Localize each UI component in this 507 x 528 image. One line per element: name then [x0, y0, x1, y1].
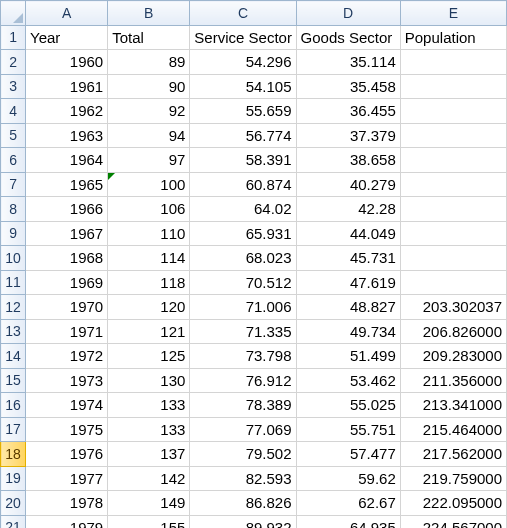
select-all-corner[interactable]: [1, 1, 26, 26]
row-header[interactable]: 17: [1, 417, 26, 442]
cell[interactable]: 64.02: [190, 197, 296, 222]
cell[interactable]: 35.114: [296, 50, 400, 75]
cell[interactable]: 118: [108, 270, 190, 295]
cell[interactable]: [400, 172, 506, 197]
cell[interactable]: 1961: [26, 74, 108, 99]
cell[interactable]: 54.296: [190, 50, 296, 75]
cell[interactable]: [400, 270, 506, 295]
column-header-D[interactable]: D: [296, 1, 400, 26]
cell[interactable]: [400, 197, 506, 222]
column-header-B[interactable]: B: [108, 1, 190, 26]
cell[interactable]: 55.025: [296, 393, 400, 418]
cell[interactable]: 71.006: [190, 295, 296, 320]
cell[interactable]: 40.279: [296, 172, 400, 197]
cell[interactable]: 76.912: [190, 368, 296, 393]
cell[interactable]: 1969: [26, 270, 108, 295]
column-header-E[interactable]: E: [400, 1, 506, 26]
cell[interactable]: 1962: [26, 99, 108, 124]
cell[interactable]: 203.302037: [400, 295, 506, 320]
cell[interactable]: 51.499: [296, 344, 400, 369]
cell[interactable]: 1977: [26, 466, 108, 491]
row-header[interactable]: 16: [1, 393, 26, 418]
cell[interactable]: 125: [108, 344, 190, 369]
cell[interactable]: 73.798: [190, 344, 296, 369]
row-header[interactable]: 14: [1, 344, 26, 369]
spreadsheet-grid[interactable]: A B C D E 1YearTotalService SectorGoods …: [0, 0, 507, 528]
cell[interactable]: Service Sector: [190, 25, 296, 50]
row-header[interactable]: 13: [1, 319, 26, 344]
cell[interactable]: [400, 123, 506, 148]
cell[interactable]: [400, 99, 506, 124]
cell[interactable]: 149: [108, 491, 190, 516]
cell[interactable]: 59.62: [296, 466, 400, 491]
cell[interactable]: 137: [108, 442, 190, 467]
cell[interactable]: [400, 50, 506, 75]
row-header[interactable]: 10: [1, 246, 26, 271]
cell[interactable]: 38.658: [296, 148, 400, 173]
cell[interactable]: 1966: [26, 197, 108, 222]
cell[interactable]: 90: [108, 74, 190, 99]
cell[interactable]: 71.335: [190, 319, 296, 344]
cell[interactable]: 70.512: [190, 270, 296, 295]
row-header[interactable]: 1: [1, 25, 26, 50]
cell[interactable]: 53.462: [296, 368, 400, 393]
row-header[interactable]: 8: [1, 197, 26, 222]
cell[interactable]: 1973: [26, 368, 108, 393]
cell[interactable]: 58.391: [190, 148, 296, 173]
row-header[interactable]: 2: [1, 50, 26, 75]
cell[interactable]: 62.67: [296, 491, 400, 516]
cell[interactable]: 54.105: [190, 74, 296, 99]
cell[interactable]: 1970: [26, 295, 108, 320]
cell[interactable]: 130: [108, 368, 190, 393]
cell[interactable]: 106: [108, 197, 190, 222]
cell[interactable]: 224.567000: [400, 515, 506, 528]
cell[interactable]: 1978: [26, 491, 108, 516]
row-header[interactable]: 21: [1, 515, 26, 528]
cell[interactable]: 64.935: [296, 515, 400, 528]
cell[interactable]: 142: [108, 466, 190, 491]
cell[interactable]: 1965: [26, 172, 108, 197]
cell[interactable]: [400, 221, 506, 246]
cell[interactable]: 89: [108, 50, 190, 75]
cell[interactable]: 1972: [26, 344, 108, 369]
cell[interactable]: 1964: [26, 148, 108, 173]
cell[interactable]: 60.874: [190, 172, 296, 197]
column-header-C[interactable]: C: [190, 1, 296, 26]
cell[interactable]: 35.458: [296, 74, 400, 99]
cell[interactable]: 213.341000: [400, 393, 506, 418]
column-header-A[interactable]: A: [26, 1, 108, 26]
cell[interactable]: [400, 74, 506, 99]
row-header[interactable]: 18: [1, 442, 26, 467]
cell[interactable]: 215.464000: [400, 417, 506, 442]
cell[interactable]: 1976: [26, 442, 108, 467]
row-header[interactable]: 6: [1, 148, 26, 173]
row-header[interactable]: 20: [1, 491, 26, 516]
cell[interactable]: 155: [108, 515, 190, 528]
cell[interactable]: Goods Sector: [296, 25, 400, 50]
cell[interactable]: 77.069: [190, 417, 296, 442]
cell[interactable]: 133: [108, 393, 190, 418]
cell[interactable]: 49.734: [296, 319, 400, 344]
cell[interactable]: 1971: [26, 319, 108, 344]
cell[interactable]: 36.455: [296, 99, 400, 124]
cell[interactable]: 121: [108, 319, 190, 344]
cell[interactable]: 222.095000: [400, 491, 506, 516]
cell[interactable]: 110: [108, 221, 190, 246]
cell[interactable]: 55.751: [296, 417, 400, 442]
cell[interactable]: 48.827: [296, 295, 400, 320]
cell[interactable]: 1960: [26, 50, 108, 75]
cell[interactable]: 1968: [26, 246, 108, 271]
cell[interactable]: 44.049: [296, 221, 400, 246]
cell[interactable]: 47.619: [296, 270, 400, 295]
cell[interactable]: 65.931: [190, 221, 296, 246]
row-header[interactable]: 3: [1, 74, 26, 99]
cell[interactable]: 219.759000: [400, 466, 506, 491]
cell[interactable]: 133: [108, 417, 190, 442]
cell[interactable]: 209.283000: [400, 344, 506, 369]
cell[interactable]: 37.379: [296, 123, 400, 148]
cell[interactable]: 56.774: [190, 123, 296, 148]
row-header[interactable]: 9: [1, 221, 26, 246]
cell[interactable]: Total: [108, 25, 190, 50]
cell[interactable]: 79.502: [190, 442, 296, 467]
cell[interactable]: 82.593: [190, 466, 296, 491]
